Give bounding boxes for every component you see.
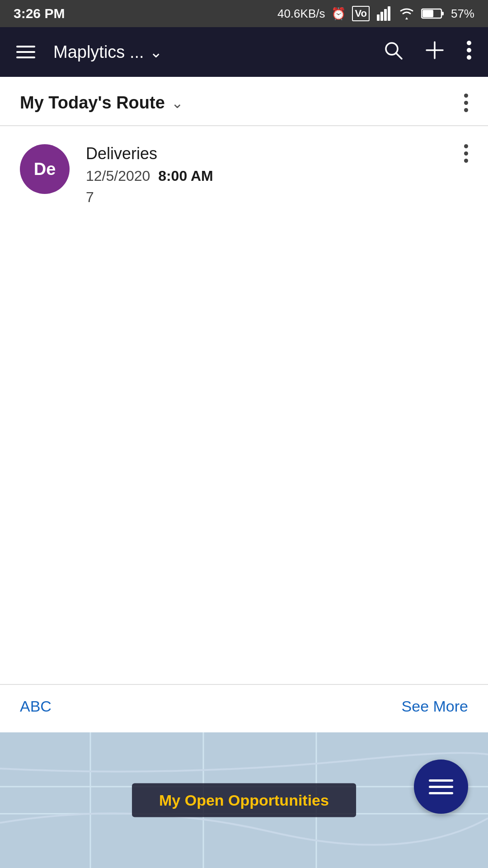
route-datetime: 12/5/2020 8:00 AM — [86, 168, 448, 184]
search-icon[interactable] — [383, 40, 403, 64]
see-more-link[interactable]: See More — [402, 698, 468, 715]
fab-menu-button[interactable] — [414, 760, 468, 814]
hamburger-menu-button[interactable] — [16, 46, 35, 58]
route-count: 7 — [86, 189, 448, 206]
battery-percent: 57% — [451, 7, 474, 21]
map-section-title: My Open Opportunities — [159, 792, 329, 809]
more-options-icon[interactable] — [466, 40, 472, 64]
nav-bar: Maplytics ... ⌄ — [0, 27, 488, 77]
svg-point-11 — [467, 41, 471, 45]
section-chevron-icon: ⌄ — [171, 94, 183, 112]
route-avatar: De — [20, 144, 70, 194]
status-time: 3:26 PM — [14, 6, 65, 21]
bottom-bar: ABC See More — [0, 684, 488, 728]
nav-actions — [383, 40, 472, 64]
fab-list-icon — [429, 779, 453, 794]
route-item-more-button[interactable] — [464, 144, 468, 163]
map-title-banner: My Open Opportunities — [132, 783, 356, 817]
svg-rect-2 — [384, 9, 387, 21]
section-title: My Today's Route — [20, 93, 165, 113]
svg-rect-3 — [388, 6, 390, 21]
nav-title-area[interactable]: Maplytics ... ⌄ — [53, 42, 162, 62]
route-date: 12/5/2020 — [86, 168, 150, 184]
add-icon[interactable] — [425, 40, 445, 64]
status-right-area: 40.6KB/s ⏰ Vo — [277, 5, 474, 22]
svg-line-8 — [396, 53, 402, 59]
route-item: De Deliveries 12/5/2020 8:00 AM 7 — [0, 126, 488, 224]
main-content: My Today's Route ⌄ De Deliveries 12/5/20… — [0, 77, 488, 224]
svg-rect-0 — [377, 14, 380, 21]
network-speed: 40.6KB/s — [277, 7, 325, 21]
volte-icon: Vo — [352, 6, 369, 21]
battery-icon — [421, 7, 445, 20]
avatar-initials: De — [34, 160, 56, 179]
wifi-icon — [399, 6, 415, 21]
route-time: 8:00 AM — [158, 168, 213, 184]
nav-title: Maplytics ... — [53, 42, 144, 62]
section-title-area[interactable]: My Today's Route ⌄ — [20, 93, 183, 113]
abc-link[interactable]: ABC — [20, 698, 52, 715]
nav-left: Maplytics ... ⌄ — [16, 42, 162, 62]
section-more-menu-button[interactable] — [464, 94, 468, 112]
nav-chevron-icon: ⌄ — [150, 43, 162, 61]
signal-icon — [376, 5, 392, 22]
svg-rect-5 — [422, 10, 433, 17]
svg-rect-1 — [380, 12, 383, 21]
svg-point-13 — [467, 55, 471, 60]
svg-point-12 — [467, 48, 471, 52]
section-header: My Today's Route ⌄ — [0, 77, 488, 125]
alarm-icon: ⏰ — [331, 7, 346, 21]
route-info: Deliveries 12/5/2020 8:00 AM 7 — [86, 144, 448, 206]
map-preview-section: My Open Opportunities — [0, 732, 488, 868]
route-name: Deliveries — [86, 144, 448, 163]
status-bar: 3:26 PM 40.6KB/s ⏰ Vo — [0, 0, 488, 27]
svg-rect-6 — [441, 12, 444, 15]
map-preview-inner: My Open Opportunities — [0, 732, 488, 868]
